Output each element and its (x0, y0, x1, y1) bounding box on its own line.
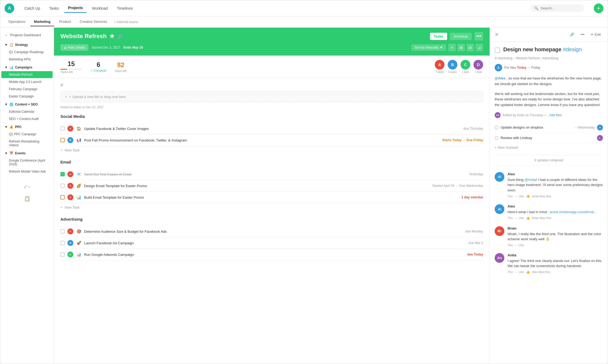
sidebar-item-february-campaign[interactable]: February Campaign (1, 86, 53, 93)
upload-area[interactable]: + + Upload a new file or drag one here (60, 91, 483, 102)
tab-operations[interactable]: Operations (5, 17, 29, 26)
filter-button[interactable]: ⊿ (476, 44, 483, 51)
sidebar-item-dongle-conference[interactable]: Dongle Conference (April 2018) (1, 157, 53, 168)
task-avatar-2-1: B (67, 240, 73, 246)
sidebar-item-refresh-mobile[interactable]: Refresh Mobile Video Ads (1, 168, 53, 175)
more-options-button[interactable]: ••• (475, 32, 483, 41)
comment-like-0[interactable]: Like (519, 195, 524, 198)
comment-likes-3: Alex likes this. (532, 270, 551, 274)
add-button[interactable]: + (594, 3, 603, 13)
task-more-button[interactable]: ••• (578, 31, 587, 38)
subtask-check-0[interactable] (495, 126, 498, 129)
upload-label: + Upload a new file or drag one here (69, 95, 126, 99)
comment-avatar-3: An (495, 253, 504, 263)
add-edit-teams[interactable]: + Add/edit teams (112, 19, 140, 25)
new-task-email[interactable]: + New Task (60, 203, 483, 212)
project-header-bottom: ▲ Hide Details Started Dec 3, 2017 Ends … (60, 44, 483, 51)
task-checkbox-1-0[interactable]: ✓ (60, 172, 65, 176)
avatar-count-1: 6 tasks (448, 71, 457, 74)
add-files-link[interactable]: Add files (549, 113, 562, 117)
new-task-label-email: New Task (65, 205, 80, 209)
task-row-2-1: B 🚀 Launch Facebook Ad Campaign due Mar … (60, 237, 483, 249)
task-checkbox-2-1[interactable] (60, 241, 65, 245)
sidebar-group-strategy[interactable]: ▼ 📋 Strategy (0, 41, 54, 48)
sidebar-back[interactable]: ← Projects Dashboard (0, 31, 54, 39)
close-panel-button[interactable]: ✕ (495, 32, 499, 38)
task-checkbox-2-0[interactable] (60, 229, 65, 234)
sidebar-item-q1-campaign[interactable]: Q1 Campaign Roadmap (1, 49, 53, 56)
task-checkbox-0-1[interactable] (60, 138, 65, 142)
sidebar-group-ppc[interactable]: ▼ 💰 PPC (0, 123, 54, 130)
sidebar-item-seo-content-audit[interactable]: SEO + Content Audit (1, 115, 53, 122)
task-edit-button[interactable]: ✏ Edit (589, 31, 603, 38)
search-input[interactable] (541, 6, 578, 10)
sidebar-item-editorial-calendar[interactable]: Editorial Calendar (1, 108, 53, 115)
tab-product[interactable]: Product (55, 17, 75, 26)
avatar-3: D (473, 60, 483, 70)
detail-checkbox[interactable] (495, 48, 500, 53)
comment-like-2[interactable]: Like (519, 243, 524, 247)
sidebar-item-mobile-app[interactable]: Mobile App 2.0 Launch (1, 78, 53, 85)
comment-meta-2: Thu – Like (508, 243, 603, 247)
updates-collapsed[interactable]: 8 updates collapsed (495, 155, 603, 166)
sidebar-item-refresh-remarketing[interactable]: Refresh Remarketing Videos (1, 138, 53, 149)
edited-by-text: Edited by Anita on Thursday — (503, 113, 547, 117)
sort-button[interactable]: Sort by Manually ▼ (411, 44, 446, 51)
content-seo-icon: 🌐 (9, 103, 13, 106)
sidebar-item-q1-ppc[interactable]: Q1 PPC Campaign (1, 131, 53, 138)
subtask-0: Update designs on dropbox – Wednesday A (495, 122, 603, 133)
comment-0: Al Alex Sure thing @Anita! I had a coupl… (495, 169, 603, 201)
hide-details-button[interactable]: ▲ Hide Details (60, 44, 88, 51)
sidebar-group-content-seo[interactable]: ▼ 🌐 Content + SEO (0, 101, 54, 108)
task-due-0-0: due Thursday (464, 127, 483, 130)
star-icon[interactable]: ★ (109, 33, 115, 40)
comment-body-2: Brian Woah, I really like the third one.… (508, 226, 603, 247)
task-avatar-1-1: A (67, 183, 73, 189)
tab-creative-services[interactable]: Creative Services (76, 17, 111, 26)
task-detail: Design new homepage #design In Marketing… (490, 42, 608, 282)
sidebar-item-easter-campaign[interactable]: Easter Campaign (1, 93, 53, 100)
comment-like-3[interactable]: Like (519, 270, 524, 274)
task-link-button[interactable]: 🔗 (568, 31, 576, 38)
task-checkbox-1-2[interactable] (60, 195, 65, 199)
events-icon: 📅 (9, 151, 13, 155)
nav-projects[interactable]: Projects (64, 3, 86, 13)
sidebar-item-website-refresh[interactable]: Website Refresh (1, 71, 53, 78)
task-checkbox-1-1[interactable] (60, 184, 65, 188)
link-icon[interactable]: 🔗 (117, 34, 123, 39)
comment-like-1[interactable]: Like (519, 216, 524, 220)
subtask-check-1[interactable] (495, 136, 498, 140)
sidebar-icon-checkmark[interactable]: ✓~ (22, 181, 32, 192)
nav-timelines[interactable]: Timelines (113, 4, 136, 13)
team-tabs: Operations Marketing Product Creative Se… (0, 16, 608, 28)
avatar-group-0[interactable]: A 7 tasks (435, 60, 444, 74)
nav-workload[interactable]: Workload (88, 4, 111, 13)
board-view-button[interactable]: ⊟ (466, 44, 474, 51)
events-expand-icon: ▼ (5, 151, 8, 155)
sidebar-item-marketing-kpis[interactable]: Marketing KPIs (1, 56, 53, 63)
assignment-end: Friday (531, 66, 540, 70)
new-subtask-button[interactable]: + New Subtask (495, 143, 603, 152)
task-due-1-0: Yesterday (469, 172, 483, 176)
task-checkbox-0-0[interactable] (60, 126, 65, 131)
grid-view-button[interactable]: ⊞ (457, 44, 465, 51)
nav-catch-up[interactable]: Catch Up (21, 4, 44, 13)
task-icon-0-1: 📢 (76, 137, 81, 143)
project-title: Website Refresh ★ 🔗 (60, 33, 123, 40)
avatar-group-1[interactable]: B 6 tasks (448, 60, 457, 74)
sidebar-icon-clipboard[interactable]: 📋 (22, 193, 32, 204)
new-task-social[interactable]: + New Task (60, 146, 483, 154)
tasks-button[interactable]: Tasks (430, 33, 447, 40)
projects-dashboard-link[interactable]: Projects Dashboard (10, 33, 41, 37)
nav-tasks[interactable]: Tasks (45, 4, 63, 13)
sidebar-group-campaigns[interactable]: ▼ 📊 Campaigns (0, 64, 54, 71)
sidebar-group-events[interactable]: ▼ 📅 Events (0, 150, 54, 157)
upload-plus-icon: + (65, 95, 67, 99)
schedule-button[interactable]: Schedule (450, 33, 472, 40)
avatar-group-3[interactable]: D 1 task (473, 60, 483, 74)
tab-marketing[interactable]: Marketing (30, 17, 54, 26)
list-view-button[interactable]: ≡ (448, 44, 456, 51)
avatar-group-2[interactable]: C 1 task (461, 60, 470, 74)
task-checkbox-2-2[interactable] (60, 252, 65, 257)
invision-link[interactable]: acme.invisionapp.com/d/mai… (550, 210, 597, 214)
